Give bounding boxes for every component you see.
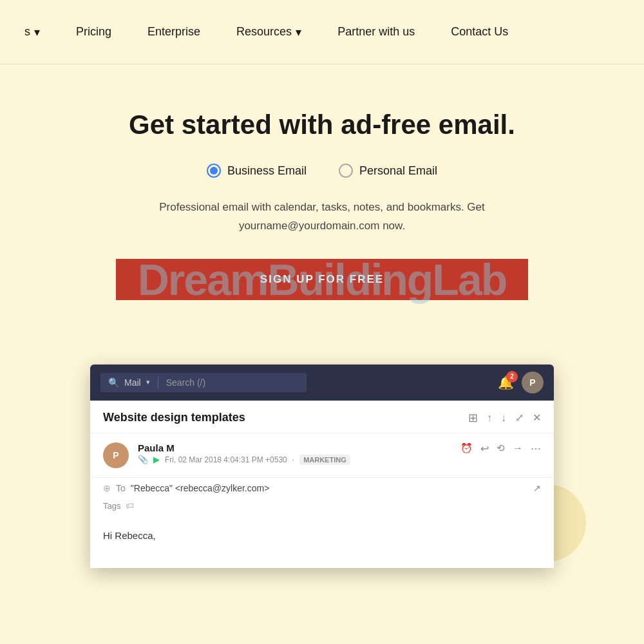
nav-label-pricing: Pricing: [76, 25, 111, 39]
nav-item-resources[interactable]: Resources ▾: [218, 25, 319, 39]
forward-icon[interactable]: →: [513, 442, 523, 454]
arrow-down-icon[interactable]: ↓: [501, 412, 506, 424]
arrow-up-icon[interactable]: ↑: [487, 412, 492, 424]
attachment-icon: 📎: [138, 455, 148, 464]
chat-icon[interactable]: ⊞: [468, 411, 478, 425]
search-divider: [158, 377, 158, 388]
reply-icon[interactable]: ↩: [480, 442, 489, 455]
sender-meta: 📎 ▶ Fri, 02 Mar 2018 4:04:31 PM +0530 · …: [138, 455, 451, 465]
tag-icon: 🏷: [126, 501, 134, 511]
email-to-row: ⊕ To "Rebecca" <rebecca@zylker.com> ↗: [90, 478, 554, 498]
sender-avatar: P: [103, 442, 129, 468]
email-tags-row: Tags 🏷: [90, 498, 554, 517]
nav-label-enterprise: Enterprise: [147, 25, 200, 39]
sender-date: Fri, 02 Mar 2018 4:04:31 PM +0530: [165, 455, 287, 464]
close-icon[interactable]: ✕: [533, 412, 541, 424]
nav-dropdown-icon-first: ▾: [34, 25, 40, 39]
radio-label-business: Business Email: [227, 164, 307, 178]
hero-description: Professional email with calendar, tasks,…: [116, 198, 528, 236]
mail-dropdown-icon: ▾: [146, 378, 150, 386]
user-avatar[interactable]: P: [522, 372, 544, 393]
recipient: "Rebecca" <rebecca@zylker.com>: [131, 483, 270, 493]
avatar-initials: P: [529, 377, 535, 388]
expand-icon[interactable]: ⤢: [515, 412, 524, 424]
nav-label-first: s: [24, 25, 30, 39]
search-placeholder: Search (/): [166, 377, 205, 388]
bullet-separator: ·: [292, 455, 294, 464]
nav-label-partner: Partner with us: [337, 25, 415, 39]
radio-business-email[interactable]: Business Email: [207, 164, 307, 178]
nav-item-first[interactable]: s ▾: [6, 25, 58, 39]
email-topbar: 🔍 Mail ▾ Search (/) 🔔 2 P: [90, 365, 554, 401]
bell-icon[interactable]: 🔔 2: [498, 375, 514, 390]
radio-label-personal: Personal Email: [359, 164, 437, 178]
email-header-bar: Website design templates ⊞ ↑ ↓ ⤢ ✕: [90, 401, 554, 433]
tags-label: Tags: [103, 501, 120, 511]
reply-all-icon[interactable]: ⟲: [497, 442, 505, 454]
expand-recipients-icon[interactable]: ⊕: [103, 483, 111, 493]
email-client: 🔍 Mail ▾ Search (/) 🔔 2 P Website design…: [90, 365, 554, 568]
search-icon: 🔍: [108, 377, 119, 388]
email-content: Website design templates ⊞ ↑ ↓ ⤢ ✕ P Pau…: [90, 401, 554, 568]
email-subject: Website design templates: [103, 411, 245, 424]
mail-label: Mail: [124, 377, 141, 388]
nav-dropdown-icon-resources: ▾: [296, 25, 301, 39]
radio-group: Business Email Personal Email: [207, 164, 437, 178]
hero-section: Get started with ad-free email. Business…: [0, 64, 644, 326]
reminder-icon[interactable]: ⏰: [460, 442, 473, 454]
nav-item-enterprise[interactable]: Enterprise: [129, 25, 218, 39]
nav-item-partner[interactable]: Partner with us: [319, 25, 433, 39]
radio-circle-personal: [339, 164, 353, 178]
more-icon[interactable]: ⋯: [531, 442, 541, 455]
email-header-actions: ⊞ ↑ ↓ ⤢ ✕: [468, 411, 541, 425]
marketing-badge: MARKETING: [299, 455, 350, 465]
email-meta-row: P Paula M 📎 ▶ Fri, 02 Mar 2018 4:04:31 P…: [90, 433, 554, 478]
cta-container: DreamBuildingLab SIGN UP FOR FREE: [116, 259, 528, 300]
share-icon[interactable]: ↗: [533, 483, 541, 493]
to-label: To: [116, 483, 126, 493]
signup-button[interactable]: SIGN UP FOR FREE: [116, 259, 528, 300]
navbar: s ▾ Pricing Enterprise Resources ▾ Partn…: [0, 0, 644, 64]
radio-personal-email[interactable]: Personal Email: [339, 164, 437, 178]
email-preview-wrapper: 🔍 Mail ▾ Search (/) 🔔 2 P Website design…: [77, 365, 567, 568]
nav-label-contact: Contact Us: [451, 25, 508, 39]
nav-label-resources: Resources: [236, 25, 292, 39]
sender-info: Paula M 📎 ▶ Fri, 02 Mar 2018 4:04:31 PM …: [138, 442, 451, 465]
play-icon: ▶: [153, 455, 160, 464]
notification-badge: 2: [506, 371, 518, 383]
email-body: Hi Rebecca,: [90, 517, 554, 554]
email-actions-row: ⏰ ↩ ⟲ → ⋯: [460, 442, 541, 455]
sender-name: Paula M: [138, 442, 451, 453]
email-greeting: Hi Rebecca,: [103, 530, 156, 541]
hero-title: Get started with ad-free email.: [129, 109, 515, 140]
radio-circle-business: [207, 164, 221, 178]
search-box[interactable]: 🔍 Mail ▾ Search (/): [100, 373, 307, 392]
nav-item-pricing[interactable]: Pricing: [58, 25, 129, 39]
nav-item-contact[interactable]: Contact Us: [433, 25, 526, 39]
